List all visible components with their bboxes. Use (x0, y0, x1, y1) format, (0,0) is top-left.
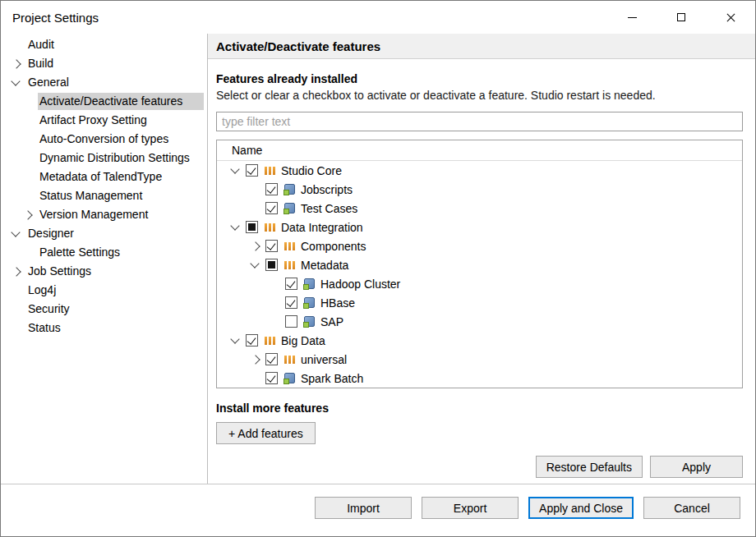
settings-panel: Activate/Deactivate features Features al… (208, 34, 755, 484)
tree-row-hbase[interactable]: HBase (217, 293, 742, 312)
sidebar-item-label: General (26, 74, 72, 91)
window-title: Project Settings (1, 11, 99, 25)
panel-actions: Restore Defaults Apply (216, 456, 743, 478)
filter-input[interactable] (216, 112, 743, 131)
tree-row-studio-core[interactable]: Studio Core (217, 161, 742, 180)
tree-row-spark-batch[interactable]: Spark Batch (217, 369, 742, 388)
install-section-title: Install more features (216, 402, 743, 415)
tree-row-hadoop-cluster[interactable]: Hadoop Cluster (217, 274, 742, 293)
tree-row-jobscripts[interactable]: Jobscripts (217, 180, 742, 199)
tree-item-label: Components (301, 240, 366, 253)
sidebar-item-artifact-proxy-setting[interactable]: Artifact Proxy Setting (1, 111, 207, 130)
cancel-button[interactable]: Cancel (643, 497, 740, 519)
sidebar-item-label: Dynamic Distribution Settings (38, 149, 193, 167)
sidebar-item-label: Status (26, 319, 64, 337)
checkbox[interactable] (265, 202, 278, 214)
close-icon (726, 12, 736, 23)
tree-item-label: Studio Core (281, 164, 342, 177)
checkbox[interactable] (265, 183, 278, 195)
sidebar-item-job-settings[interactable]: Job Settings (1, 262, 207, 281)
chevron-down-icon[interactable] (12, 80, 26, 85)
feature-icon (303, 278, 316, 290)
restore-defaults-button[interactable]: Restore Defaults (536, 456, 643, 478)
tree-row-universal[interactable]: universal (217, 350, 742, 369)
minimize-button[interactable] (607, 1, 657, 34)
sidebar-item-label: Security (26, 301, 73, 318)
checkbox[interactable] (285, 296, 297, 309)
sidebar-item-activate-deactivate-features[interactable]: Activate/Deactivate features (1, 92, 207, 111)
chevron-down-icon[interactable] (12, 232, 26, 236)
chevron-down-icon[interactable] (232, 338, 246, 342)
installed-section-title: Features already installed (216, 72, 743, 85)
sidebar-item-label: Build (26, 55, 57, 72)
apply-and-close-button[interactable]: Apply and Close (528, 497, 634, 519)
sidebar-item-palette-settings[interactable]: Palette Settings (1, 243, 207, 262)
settings-nav-tree: Audit Build General Activate/Deactivate … (1, 34, 208, 484)
chevron-right-icon[interactable] (12, 268, 26, 275)
tree-item-label: Hadoop Cluster (320, 278, 400, 291)
sidebar-item-status-management[interactable]: Status Management (1, 186, 207, 205)
chevron-right-icon[interactable] (12, 61, 26, 67)
feature-group-icon (284, 259, 296, 271)
chevron-down-icon[interactable] (232, 225, 246, 229)
chevron-right-icon[interactable] (251, 243, 265, 250)
sidebar-item-label: Auto-Conversion of types (38, 131, 172, 148)
feature-icon (303, 316, 316, 328)
sidebar-item-build[interactable]: Build (1, 54, 207, 73)
sidebar-item-status[interactable]: Status (1, 319, 207, 337)
tree-row-data-integration[interactable]: Data Integration (217, 218, 742, 236)
sidebar-item-audit[interactable]: Audit (1, 35, 207, 54)
feature-icon (284, 184, 296, 195)
tree-row-sap[interactable]: SAP (217, 312, 742, 331)
sidebar-item-version-management[interactable]: Version Management (1, 205, 207, 224)
sidebar-item-general[interactable]: General (1, 73, 207, 92)
sidebar-item-dynamic-distribution-settings[interactable]: Dynamic Distribution Settings (1, 149, 207, 168)
checkbox[interactable] (246, 334, 258, 347)
apply-button[interactable]: Apply (650, 456, 743, 478)
checkbox[interactable] (285, 278, 297, 290)
sidebar-item-security[interactable]: Security (1, 300, 207, 319)
maximize-icon (677, 13, 685, 21)
sidebar-item-designer[interactable]: Designer (1, 224, 207, 243)
tree-item-label: Jobscripts (301, 183, 353, 196)
tree-row-test-cases[interactable]: Test Cases (217, 199, 742, 218)
chevron-down-icon[interactable] (251, 263, 265, 267)
tree-item-label: universal (301, 353, 347, 366)
sidebar-item-label: Status Management (38, 187, 145, 204)
chevron-right-icon[interactable] (24, 212, 38, 218)
tree-item-label: Big Data (281, 334, 325, 347)
checkbox[interactable] (265, 259, 278, 271)
sidebar-item-label: Log4j (26, 282, 59, 299)
export-button[interactable]: Export (422, 497, 519, 519)
sidebar-item-log4j[interactable]: Log4j (1, 281, 207, 300)
titlebar: Project Settings (1, 1, 755, 34)
add-features-button[interactable]: + Add features (216, 422, 316, 444)
panel-header: Activate/Deactivate features (208, 34, 755, 59)
close-button[interactable] (706, 1, 755, 34)
checkbox[interactable] (246, 221, 258, 233)
sidebar-item-label: Job Settings (26, 263, 94, 280)
sidebar-item-label: Audit (26, 36, 58, 53)
sidebar-item-auto-conversion-of-types[interactable]: Auto-Conversion of types (1, 130, 207, 149)
sidebar-item-label: Palette Settings (38, 244, 123, 261)
sidebar-item-label: Designer (26, 225, 77, 242)
import-button[interactable]: Import (315, 497, 412, 519)
checkbox[interactable] (246, 164, 258, 177)
checkbox[interactable] (265, 240, 278, 252)
chevron-down-icon[interactable] (232, 168, 246, 172)
tree-row-big-data[interactable]: Big Data (217, 331, 742, 350)
chevron-right-icon[interactable] (251, 356, 265, 363)
tree-row-metadata[interactable]: Metadata (217, 255, 742, 274)
tree-item-label: Data Integration (281, 221, 363, 234)
sidebar-item-metadata-of-talendtype[interactable]: Metadata of TalendType (1, 168, 207, 186)
checkbox[interactable] (265, 353, 278, 365)
feature-icon (284, 373, 296, 384)
project-settings-window: Project Settings Audit Build General Act… (0, 0, 756, 537)
panel-body: Features already installed Select or cle… (208, 59, 755, 484)
tree-row-components[interactable]: Components (217, 236, 742, 255)
checkbox[interactable] (285, 315, 297, 328)
maximize-button[interactable] (657, 1, 706, 34)
tree-item-label: SAP (320, 315, 343, 328)
checkbox[interactable] (265, 372, 278, 384)
feature-group-icon (264, 222, 276, 233)
